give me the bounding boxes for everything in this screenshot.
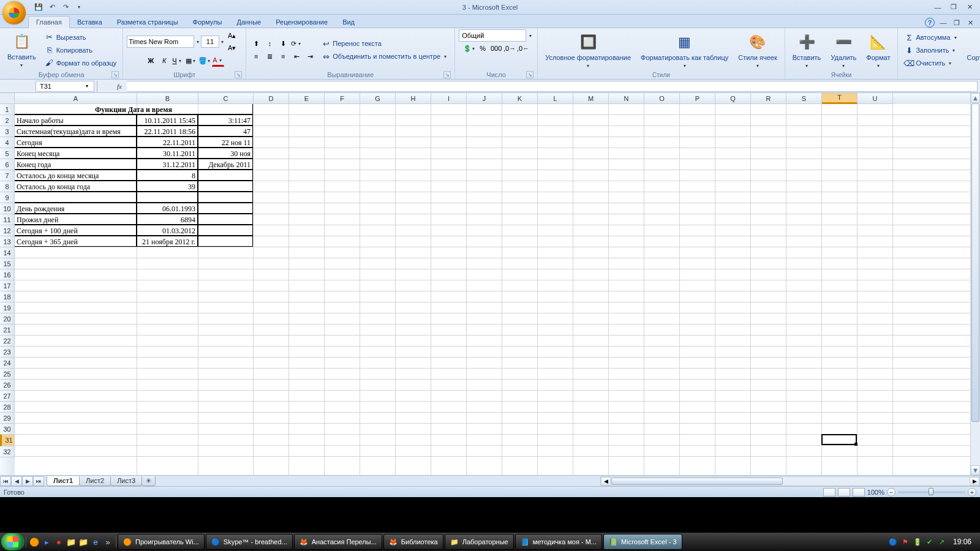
copy-button[interactable]: ⎘Копировать [42, 44, 119, 56]
cell[interactable] [198, 170, 253, 181]
tab-view[interactable]: Вид [335, 17, 362, 28]
borders-button[interactable]: ▦▾ [185, 54, 197, 67]
row-headers[interactable]: 1234567891011121314151617181920212223242… [0, 104, 15, 475]
system-tray[interactable]: 🔵 ⚑ 🔋 ✔ ↗ 19:06 [888, 537, 979, 547]
cell[interactable]: 39 [137, 181, 198, 192]
ribbon-minimize-button[interactable]: — [938, 18, 948, 28]
sheet-tab-3[interactable]: Лист3 [110, 476, 142, 486]
cell[interactable]: Осталось до конца месяца [15, 170, 137, 181]
column-header[interactable]: Q [715, 93, 751, 104]
row-header[interactable]: 15 [0, 258, 15, 269]
zoom-out-button[interactable]: − [887, 488, 895, 497]
row-header[interactable]: 9 [0, 192, 15, 203]
row-header[interactable]: 23 [0, 347, 15, 358]
dialog-launcher-icon[interactable]: ↘ [526, 71, 533, 78]
column-header[interactable]: K [502, 93, 538, 104]
column-header[interactable]: D [254, 93, 289, 104]
row-header[interactable]: 16 [0, 269, 15, 280]
hscroll-thumb[interactable] [611, 478, 783, 485]
dialog-launcher-icon[interactable]: ↘ [443, 71, 451, 78]
fill-button[interactable]: ⬇Заполнить▾ [902, 44, 960, 56]
column-header[interactable]: M [573, 93, 609, 104]
column-header[interactable]: N [609, 93, 644, 104]
row-header[interactable]: 12 [0, 225, 15, 236]
cell[interactable]: 8 [137, 170, 198, 181]
chevron-down-icon[interactable]: ▾ [527, 33, 533, 39]
cell-title[interactable]: Функции Дата и время [15, 104, 253, 114]
cell[interactable]: 47 [198, 126, 253, 137]
spreadsheet[interactable]: ABCDEFGHIJKLMNOPQRSTU 123456789101112131… [0, 93, 980, 475]
tab-prev-button[interactable]: ◀ [11, 476, 22, 486]
row-header[interactable]: 3 [0, 126, 15, 137]
clock[interactable]: 19:06 [949, 538, 975, 546]
tray-icon[interactable]: ↗ [937, 537, 947, 547]
cell[interactable]: Конец года [15, 159, 137, 170]
row-header[interactable]: 2 [0, 115, 15, 126]
cells-area[interactable]: Функции Дата и времяНачало работы10.11.2… [15, 104, 970, 475]
cell[interactable]: Начало работы [15, 114, 137, 126]
column-header[interactable]: C [198, 93, 254, 104]
row-header[interactable]: 22 [0, 335, 15, 347]
inner-restore-button[interactable]: ❐ [952, 18, 962, 28]
cell[interactable]: Сегодня [15, 137, 137, 148]
align-center-button[interactable]: ≣ [263, 50, 276, 62]
row-header[interactable]: 20 [0, 313, 15, 324]
formula-input[interactable] [127, 81, 978, 92]
merge-center-button[interactable]: ⇔Объединить и поместить в центре▾ [318, 50, 451, 62]
column-header[interactable]: F [325, 93, 360, 104]
cell[interactable] [198, 203, 253, 214]
cell[interactable] [198, 192, 253, 203]
scroll-right-button[interactable]: ▶ [970, 477, 979, 485]
chevron-down-icon[interactable]: ▾ [221, 39, 225, 45]
cell[interactable]: 30.11.2011 [137, 148, 198, 159]
taskbar-item[interactable]: 📗Microsoft Excel - 3 [603, 534, 682, 550]
row-header[interactable]: 28 [0, 402, 15, 413]
dec-decimal-button[interactable]: ,0← [517, 42, 529, 54]
column-headers[interactable]: ABCDEFGHIJKLMNOPQRSTU [15, 93, 970, 104]
row-header[interactable]: 17 [0, 280, 15, 291]
fill-color-button[interactable]: 🪣▾ [198, 54, 211, 67]
save-icon[interactable]: 💾 [33, 2, 44, 13]
font-size-input[interactable] [201, 36, 219, 48]
sheet-tab-1[interactable]: Лист1 [47, 476, 80, 486]
row-header[interactable]: 25 [0, 369, 15, 380]
ql-icon[interactable]: ▸ [41, 536, 52, 547]
taskbar-item[interactable]: 📘методичка моя - M... [515, 534, 602, 550]
align-left-button[interactable]: ≡ [250, 50, 262, 62]
cell[interactable]: 21 ноября 2012 г. [137, 236, 198, 247]
inc-decimal-button[interactable]: ,0→ [503, 42, 516, 54]
tab-data[interactable]: Данные [229, 17, 268, 28]
tab-first-button[interactable]: ⏮ [0, 476, 11, 486]
cell[interactable] [198, 181, 253, 192]
cell[interactable]: 22.11.2011 [137, 137, 198, 148]
column-header[interactable]: G [360, 93, 396, 104]
row-header[interactable]: 26 [0, 380, 15, 391]
column-header[interactable]: T [822, 93, 858, 104]
cell[interactable]: Декабрь 2011 [198, 159, 253, 170]
taskbar-item[interactable]: 🦊Анастасия Перелы... [294, 534, 382, 550]
ql-more[interactable]: » [102, 536, 113, 547]
cell[interactable]: 01.03.2012 [137, 225, 198, 236]
format-as-table-button[interactable]: ▦Форматировать как таблицу▾ [637, 31, 732, 70]
scroll-left-button[interactable]: ◀ [601, 477, 611, 485]
column-header[interactable]: I [431, 93, 467, 104]
cell[interactable]: 6894 [137, 214, 198, 225]
align-middle-button[interactable]: ↕ [263, 37, 276, 50]
autosum-button[interactable]: ΣАвтосумма▾ [902, 31, 960, 43]
row-header[interactable]: 27 [0, 391, 15, 402]
column-header[interactable]: O [644, 93, 680, 104]
cell[interactable]: 06.01.1993 [137, 203, 198, 214]
row-header[interactable]: 19 [0, 302, 15, 313]
tab-home[interactable]: Главная [28, 16, 70, 28]
align-top-button[interactable]: ⬆ [250, 37, 262, 50]
tray-icon[interactable]: ⚑ [900, 537, 910, 547]
help-icon[interactable]: ? [925, 18, 935, 28]
tab-last-button[interactable]: ⏭ [33, 476, 44, 486]
row-header[interactable]: 5 [0, 148, 15, 159]
cut-button[interactable]: ✂Вырезать [42, 31, 119, 43]
maximize-button[interactable]: ❐ [947, 2, 960, 13]
indent-inc-button[interactable]: ⇥ [304, 50, 316, 62]
cell[interactable]: Конец месяца [15, 148, 137, 159]
row-header[interactable]: 10 [0, 203, 15, 214]
row-header[interactable]: 21 [0, 324, 15, 335]
